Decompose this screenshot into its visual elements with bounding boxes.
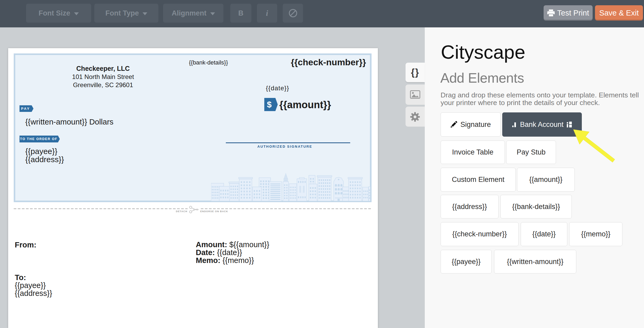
svg-text:$: $ bbox=[267, 100, 272, 109]
